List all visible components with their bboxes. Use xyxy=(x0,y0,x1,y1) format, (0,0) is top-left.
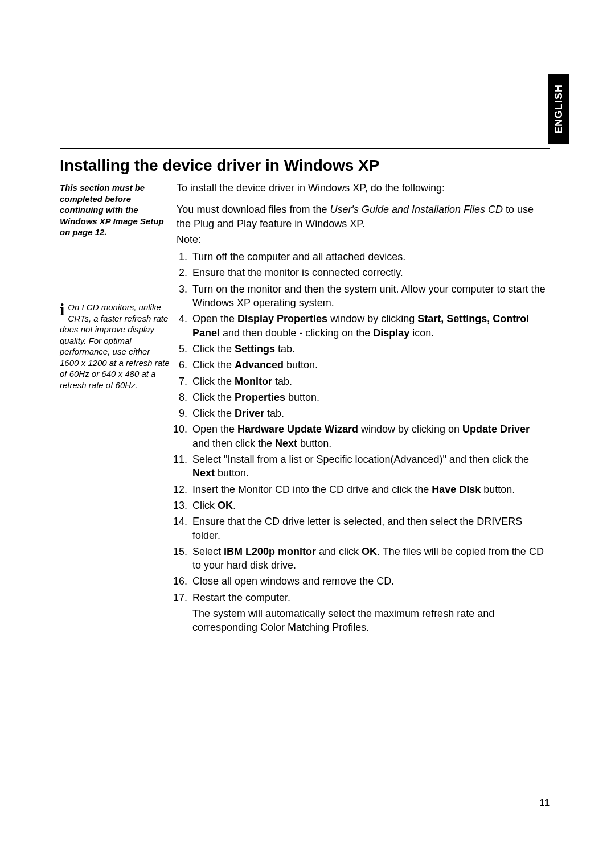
s11a: Select "Install from a list or Specific … xyxy=(192,454,529,465)
s10b: window by clicking on xyxy=(358,423,462,435)
intro2-italic: User's Guide and Installation Files CD xyxy=(330,204,503,215)
step-10: Open the Hardware Update Wizard window b… xyxy=(190,422,550,450)
s15a: Select xyxy=(192,546,224,557)
s13c: . xyxy=(233,500,236,511)
horizontal-rule xyxy=(60,148,550,149)
info-icon: i xyxy=(60,303,64,316)
s4b1: Display Properties xyxy=(237,313,327,324)
s7a: Click the xyxy=(192,376,235,387)
s10c: and then click the xyxy=(192,438,275,449)
s8b: Properties xyxy=(235,392,285,403)
s10b2: Update Driver xyxy=(462,423,530,435)
s13a: Click xyxy=(192,500,218,511)
s15b1: IBM L200p monitor xyxy=(224,546,316,557)
s5b: Settings xyxy=(235,343,275,355)
step-4: Open the Display Properties window by cl… xyxy=(190,312,550,340)
step-14: Ensure that the CD drive letter is selec… xyxy=(190,515,550,542)
main-content: To install the device driver in Windows … xyxy=(177,181,550,637)
intro-line-2: You must download files from the User's … xyxy=(177,203,550,231)
s4b: window by clicking xyxy=(327,313,417,324)
s5a: Click the xyxy=(192,343,235,355)
step-8: Click the Properties button. xyxy=(190,390,550,404)
intro2-a: You must download files from the xyxy=(177,204,330,215)
step-13: Click OK. xyxy=(190,499,550,512)
s17-sub: The system will automatically select the… xyxy=(192,607,550,635)
language-tab: ENGLISH xyxy=(548,74,569,144)
s7b: Monitor xyxy=(235,376,272,387)
s11c: button. xyxy=(215,467,249,479)
s15b: and click xyxy=(316,546,362,557)
s9c: tab. xyxy=(264,408,284,419)
s10a: Open the xyxy=(192,423,237,435)
step-9: Click the Driver tab. xyxy=(190,406,550,420)
s12c: button. xyxy=(481,484,515,495)
step-1: Turn off the computer and all attached d… xyxy=(190,250,550,264)
note1-text-a: This section must be completed before co… xyxy=(60,183,145,215)
s10b1: Hardware Update Wizard xyxy=(237,423,358,435)
s8a: Click the xyxy=(192,392,235,403)
note-label: Note: xyxy=(177,233,550,246)
s10b3: Next xyxy=(275,438,297,449)
s12b: Have Disk xyxy=(432,484,481,495)
s4d: icon. xyxy=(409,327,434,339)
s10d: button. xyxy=(297,438,331,449)
s5c: tab. xyxy=(275,343,295,355)
s8c: button. xyxy=(285,392,319,403)
step-11: Select "Install from a list or Specific … xyxy=(190,452,550,480)
s6c: button. xyxy=(284,359,318,371)
s6b: Advanced xyxy=(235,359,284,371)
section-heading: Installing the device driver in Windows … xyxy=(60,157,379,175)
intro-line-1: To install the device driver in Windows … xyxy=(177,181,550,195)
s9a: Click the xyxy=(192,408,235,419)
s13b: OK xyxy=(218,500,233,511)
step-3: Turn on the monitor and then the system … xyxy=(190,282,550,310)
s17: Restart the computer. xyxy=(192,592,290,603)
sidebar-note-refresh: i On LCD monitors, unlike CRTs, a faster… xyxy=(60,302,171,390)
step-5: Click the Settings tab. xyxy=(190,342,550,356)
page-number: 11 xyxy=(539,798,550,808)
step-16: Close all open windows and remove the CD… xyxy=(190,574,550,588)
s4c: and then double - clicking on the xyxy=(220,327,373,339)
step-2: Ensure that the monitor is connected cor… xyxy=(190,266,550,279)
step-15: Select IBM L200p monitor and click OK. T… xyxy=(190,545,550,573)
s6a: Click the xyxy=(192,359,235,371)
steps-list: Turn off the computer and all attached d… xyxy=(177,250,550,634)
s4b3: Display xyxy=(373,327,409,339)
note2-text: On LCD monitors, unlike CRTs, a faster r… xyxy=(60,302,170,390)
sidebar-note-prerequisite: This section must be completed before co… xyxy=(60,182,171,238)
step-6: Click the Advanced button. xyxy=(190,358,550,372)
s7c: tab. xyxy=(272,376,292,387)
note1-underline: Windows XP xyxy=(60,216,110,226)
step-12: Insert the Monitor CD into the CD drive … xyxy=(190,483,550,496)
step-17: Restart the computer. The system will au… xyxy=(190,591,550,635)
s4a: Open the xyxy=(192,313,237,324)
s15b2: OK xyxy=(362,546,377,557)
s11b: Next xyxy=(192,467,215,479)
s12a: Insert the Monitor CD into the CD drive … xyxy=(192,484,432,495)
s9b: Driver xyxy=(235,408,264,419)
step-7: Click the Monitor tab. xyxy=(190,375,550,388)
